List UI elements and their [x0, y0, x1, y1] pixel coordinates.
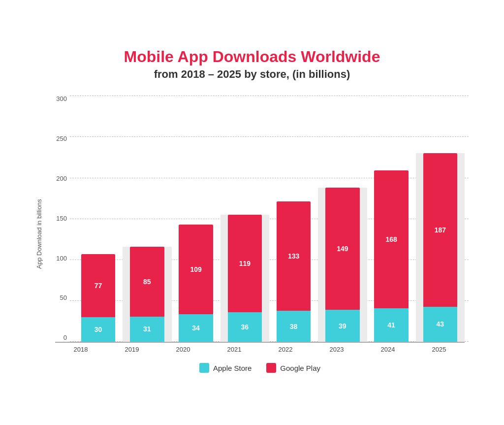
bar-google: 85: [130, 247, 164, 317]
bar-stack: 14939: [325, 188, 359, 342]
x-label: 2020: [158, 346, 209, 353]
legend-item-apple: Apple Store: [199, 363, 252, 373]
legend-color-google: [266, 363, 276, 373]
bars-wrapper: 77308531109341193613338149391684118743: [70, 96, 469, 342]
x-label: 2023: [311, 346, 362, 353]
y-tick: 50: [51, 294, 70, 301]
bar-google: 168: [374, 170, 408, 308]
x-label: 2021: [209, 346, 260, 353]
bar-google: 109: [179, 225, 213, 314]
y-tick: 0: [51, 334, 70, 341]
x-axis-line: [55, 342, 465, 343]
x-label: 2019: [106, 346, 158, 353]
y-tick: 100: [51, 255, 70, 262]
bar-google: 119: [228, 215, 262, 312]
chart-container: Mobile App Downloads Worldwide from 2018…: [16, 33, 488, 392]
bar-apple: 30: [81, 317, 115, 342]
bar-stack: 11936: [228, 215, 262, 342]
bar-group: 18743: [416, 153, 465, 342]
bar-group: 8531: [123, 247, 171, 342]
bar-apple: 39: [325, 310, 359, 342]
legend-item-google: Google Play: [266, 363, 320, 373]
bar-google: 149: [325, 188, 359, 310]
bar-stack: 13338: [277, 201, 311, 342]
bar-group: 10934: [172, 225, 220, 342]
bar-stack: 7730: [81, 254, 115, 342]
chart-title: Mobile App Downloads Worldwide: [35, 47, 469, 66]
x-label: 2024: [362, 346, 413, 353]
bar-apple: 41: [374, 308, 408, 342]
bar-apple: 34: [179, 314, 213, 342]
bar-group: 11936: [220, 215, 269, 342]
bar-group: 14939: [318, 188, 367, 342]
bar-apple: 36: [228, 312, 262, 342]
x-label: 2022: [260, 346, 311, 353]
chart-subtitle: from 2018 – 2025 by store, (in billions): [35, 68, 469, 81]
bar-google: 187: [423, 153, 457, 307]
chart-plot: 050100150200250300 773085311093411936133…: [51, 96, 469, 342]
y-tick: 200: [51, 175, 70, 182]
legend-label-google: Google Play: [280, 364, 320, 372]
bars-area: 77308531109341193613338149391684118743: [70, 96, 469, 342]
bar-stack: 16841: [374, 170, 408, 342]
bar-stack: 10934: [179, 225, 213, 342]
bar-stack: 8531: [130, 247, 164, 342]
y-ticks: 050100150200250300: [51, 96, 70, 342]
bar-group: 13338: [269, 201, 318, 342]
bar-stack: 18743: [423, 153, 457, 342]
bar-google: 133: [277, 201, 311, 311]
x-label: 2018: [55, 346, 106, 353]
legend-color-apple: [199, 363, 209, 373]
bar-apple: 43: [423, 307, 457, 342]
bar-group: 16841: [367, 170, 416, 342]
y-tick: 300: [51, 96, 70, 102]
bar-group: 7730: [74, 254, 123, 342]
legend-label-apple: Apple Store: [213, 364, 252, 372]
y-axis-label: App Download in billions: [35, 96, 47, 373]
y-tick: 250: [51, 135, 70, 142]
chart-area: App Download in billions 050100150200250…: [35, 96, 469, 373]
x-label: 2025: [413, 346, 465, 353]
bar-apple: 38: [277, 311, 311, 342]
x-axis: 20182019202020212022202320242025: [51, 346, 469, 353]
legend: Apple Store Google Play: [51, 363, 469, 373]
y-tick: 150: [51, 215, 70, 222]
bar-google: 77: [81, 254, 115, 317]
bar-apple: 31: [130, 317, 164, 342]
chart-inner: 050100150200250300 773085311093411936133…: [51, 96, 469, 373]
